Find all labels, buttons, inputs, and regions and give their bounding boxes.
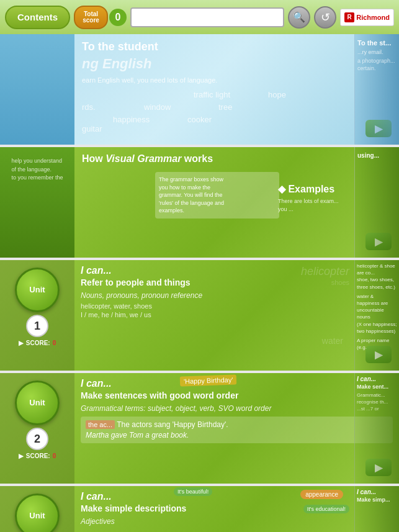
unit1-ref: I / me, he / him, we / us — [81, 311, 393, 318]
unit2-partial-sub2: recognise th... — [357, 399, 397, 405]
total-score-button[interactable]: Total score — [74, 6, 108, 29]
unit2-partial-sub: Grammatic... — [357, 392, 397, 398]
grammar-em: Visual Grammar — [105, 153, 181, 164]
search-icon: 🔍 — [293, 11, 305, 23]
score-label: score — [83, 17, 99, 24]
grammar-left-line2: of the language. — [11, 166, 63, 174]
unit2-right: 'Happy Birthday' I can... Make sentences… — [74, 373, 399, 484]
unit3-section: Unit appearance It's educational! It's b… — [0, 486, 399, 532]
unit1-side-line4: (X one happiness; two happinesses) — [357, 321, 397, 335]
unit3-left: Unit — [0, 486, 74, 532]
unit2-partial-ican: I can... — [357, 376, 397, 382]
intro-left-panel — [0, 34, 74, 145]
grammar-left-line1: help you understand — [11, 157, 63, 166]
appearance-tag: appearance — [300, 490, 343, 499]
search-input[interactable] — [130, 7, 284, 27]
word-window: window — [144, 102, 171, 112]
intro-title: To the student — [82, 40, 392, 53]
intro-body: earn English well, you need lots of lang… — [82, 76, 392, 85]
intro-partial-body: ...ry email. — [357, 49, 397, 55]
unit2-s1-text: The actors sang 'Happy Birthday'. — [117, 420, 228, 429]
unit2-score-row: ▶ SCORE: 0 — [19, 453, 56, 459]
intro-section: To the student ng English earn English w… — [0, 34, 399, 145]
unit2-desc: Make sentences with good word order — [81, 390, 393, 400]
richmond-text: Richmond — [356, 14, 390, 21]
unit2-bubble: Unit — [15, 381, 60, 425]
unit1-side-line2: shoe, two shoes, three shoes, etc.) — [357, 276, 397, 290]
grammar-left-text: help you understand of the language. to … — [7, 153, 66, 186]
unit3-partial-panel: I can... Make simp... — [354, 486, 399, 532]
grammar-works: works — [181, 153, 213, 164]
unit1-section: Unit 1 ▶ SCORE: 0 helicopter shoes water… — [0, 260, 399, 371]
unit2-ican: I can... — [81, 378, 393, 389]
unit1-bubble: Unit — [15, 268, 60, 312]
unit2-subtitle: Grammatical terms: subject, object, verb… — [81, 404, 393, 413]
unit3-label: Unit — [29, 511, 45, 521]
word-guitar: guitar — [82, 124, 102, 133]
unit3-partial-ican: I can... — [357, 489, 397, 495]
intro-subtitle: ng English — [82, 56, 392, 72]
unit3-ican: I can... — [81, 491, 393, 502]
reset-button[interactable]: ↺ — [314, 6, 336, 29]
top-bar: Contents Total score 0 🔍 ↺ R Richmond — [0, 0, 399, 34]
unit2-score-label: SCORE: — [26, 453, 50, 459]
total-label: Total — [84, 11, 98, 17]
grammar-box-line5: examples. — [159, 207, 276, 215]
unit3-bubble: Unit — [15, 494, 60, 532]
unit2-score-play-icon: ▶ — [19, 453, 24, 459]
grammar-how: How — [82, 153, 105, 164]
bg-happy-birthday: 'Happy Birthday' — [180, 374, 237, 386]
word-cooker: cooker — [187, 115, 212, 124]
unit1-label: Unit — [29, 285, 45, 295]
grammar-box-line4: 'rules' of the language and — [159, 199, 276, 207]
examples-section: ◆ Examples There are lots of exam... you… — [278, 178, 346, 213]
the-actors-highlight: the ac... — [86, 420, 115, 429]
unit1-number: 1 — [26, 315, 48, 337]
unit1-score-value: 0 — [53, 340, 56, 346]
word-rds: rds. — [82, 102, 96, 112]
bg-helicopter: helicopter — [301, 265, 349, 278]
unit2-section: Unit 2 ▶ SCORE: 0 'Happy Birthday' I can… — [0, 373, 399, 484]
intro-partial-title: To the st... — [357, 39, 397, 47]
svo-examples: the ac... The actors sang 'Happy Birthda… — [81, 417, 393, 443]
unit2-partial-desc: Make sent... — [357, 384, 397, 390]
unit2-sentence1: the ac... The actors sang 'Happy Birthda… — [86, 420, 388, 429]
score-play-icon: ▶ — [19, 340, 24, 346]
grammar-title: How Visual Grammar works — [82, 153, 392, 165]
unit1-side-line5: A proper name (e.g. — [357, 337, 397, 351]
content-area: To the student ng English earn English w… — [0, 34, 399, 532]
intro-right-panel: To the student ng English earn English w… — [74, 34, 399, 145]
beautiful-tag: It's beautiful! — [174, 487, 212, 496]
word-traffic-light: traffic light — [194, 90, 230, 99]
unit1-subtitle: Nouns, pronouns, pronoun reference — [81, 291, 393, 300]
grammar-box-line3: grammar. You will find the — [159, 191, 276, 199]
intro-partial-panel: To the st... ...ry email. a photograph..… — [354, 34, 399, 145]
unit3-subtitle: Adjectives — [81, 517, 393, 526]
bg-shoes: shoes — [331, 279, 349, 286]
unit2-number: 2 — [26, 428, 48, 450]
examples-label: ◆ Examples — [278, 183, 346, 195]
word-cloud: traffic light hope rds. window tree happ… — [82, 90, 392, 140]
total-score-value: 0 — [109, 9, 127, 26]
unit1-partial-panel: helicopter & shoe are co... shoe, two sh… — [354, 260, 399, 371]
search-button[interactable]: 🔍 — [288, 6, 310, 29]
unit2-label: Unit — [29, 398, 45, 408]
unit1-side-line3: water & happiness are uncountable nouns — [357, 293, 397, 321]
unit2-partial-sub3: ...st ...7 or — [357, 406, 397, 412]
examples-text: There are lots of exam... you ... — [278, 197, 346, 213]
word-hope: hope — [268, 90, 286, 99]
grammar-box-line1: The grammar boxes show — [159, 176, 276, 184]
educational-tag: It's educational! — [303, 505, 349, 513]
grammar-partial-title: using... — [357, 152, 397, 159]
richmond-logo: R Richmond — [340, 9, 394, 26]
unit2-score-value: 0 — [53, 453, 56, 459]
unit1-score-label: SCORE: — [26, 340, 50, 346]
richmond-r-badge: R — [344, 12, 354, 22]
intro-partial-body2: a photograph... — [357, 58, 397, 64]
contents-button[interactable]: Contents — [5, 6, 70, 29]
grammar-box-line2: you how to make the — [159, 184, 276, 192]
grammar-partial-panel: using... — [354, 147, 399, 258]
grammar-left-line3: to you remember the — [11, 174, 63, 183]
word-tree: tree — [218, 102, 232, 112]
unit3-partial-desc: Make simp... — [357, 497, 397, 503]
